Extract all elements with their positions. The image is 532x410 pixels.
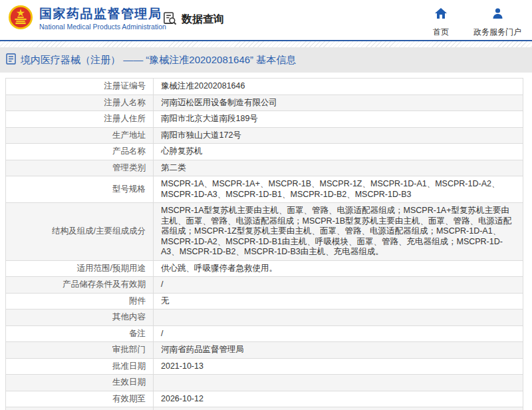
table-row: 生产地址 南阳市独山大道172号 <box>6 127 523 144</box>
row-label-text: 适用范围/预期用途 <box>77 264 146 273</box>
row-value: 供心跳、呼吸骤停者急救使用。 <box>154 260 523 277</box>
row-label-text: 结构及组成/主要组成成分 <box>52 226 146 236</box>
row-label: 注册人名称 <box>6 95 154 111</box>
row-label: 结构及组成/主要组成成分 <box>6 203 154 261</box>
row-label-text: 产品储存条件及有效期 <box>63 280 146 289</box>
row-value: 2021-10-13 <box>154 358 523 375</box>
brand-text: 国家药品监督管理局 National Medical Products Admi… <box>39 6 166 31</box>
data-query-tab[interactable]: 数据查询 <box>163 11 224 28</box>
row-label: 生产地址 <box>6 127 154 144</box>
row-value: 南阳市北京大道南段189号 <box>154 111 523 128</box>
row-value <box>154 375 523 391</box>
row-label-text: 注册人名称 <box>104 98 146 107</box>
row-label: 产品储存条件及有效期 <box>6 277 154 294</box>
nav-home-label: 首页 <box>433 27 449 38</box>
table-row: 附件 无 <box>6 293 523 309</box>
row-value: 无 <box>154 293 523 309</box>
texture-strip <box>0 41 532 47</box>
table-row: 产品储存条件及有效期 / <box>6 277 523 294</box>
row-value: / <box>154 325 523 342</box>
row-label: 注册人住所 <box>6 111 154 128</box>
row-value: MSCPR-1A型复苏机主要由主机、面罩、管路、电源适配器组成；MSCPR-1A… <box>154 203 523 261</box>
row-value: / <box>154 277 523 294</box>
row-value: 南阳市独山大道172号 <box>154 127 523 144</box>
page-title-bar: 境内医疗器械（注册） —— “豫械注准20202081646” 基本信息 <box>0 47 532 73</box>
row-value: 心肺复苏机 <box>154 144 523 160</box>
row-label-text: 备注 <box>129 329 146 338</box>
data-query-label: 数据查询 <box>182 13 224 27</box>
row-label-text: 附件 <box>129 296 146 306</box>
row-label: 适用范围/预期用途 <box>6 260 154 277</box>
site-subtitle: National Medical Products Administration <box>39 22 166 31</box>
row-label-text: 其他内容 <box>112 312 146 321</box>
row-value: 第二类 <box>154 160 523 176</box>
row-label: 附件 <box>6 293 154 309</box>
row-value <box>154 309 523 326</box>
site-header: 国家药品监督管理局 National Medical Products Admi… <box>0 0 532 41</box>
site-title: 国家药品监督管理局 <box>39 6 166 22</box>
row-label: 其他内容 <box>6 309 154 326</box>
row-label-text: 管理类别 <box>112 163 146 172</box>
table-row: 备注 / <box>6 325 523 342</box>
row-label: 型号规格 <box>6 176 154 203</box>
row-label: 有效期至 <box>6 391 154 407</box>
table-row: 批准日期 2021-10-13 <box>6 358 523 375</box>
table-row: 有效期至 2026-10-12 <box>6 391 523 407</box>
row-label: 变更情况 <box>6 407 154 410</box>
table-row: 注册证编号 豫械注准20202081646 <box>6 79 523 95</box>
row-label-text: 生产地址 <box>112 130 146 140</box>
national-emblem-icon <box>8 5 33 33</box>
table-row: 产品名称 心肺复苏机 <box>6 144 523 160</box>
table-row: 变更情况 / <box>6 407 523 410</box>
table-row: 注册人住所 南阳市北京大道南段189号 <box>6 111 523 128</box>
table-row: 生效日期 <box>6 375 523 391</box>
row-label-text: 注册证编号 <box>104 81 146 91</box>
row-label: 批准日期 <box>6 358 154 375</box>
nav-gov-portal[interactable]: 政务服务门户 <box>473 8 521 38</box>
page-title: 境内医疗器械（注册） —— “豫械注准20202081646” 基本信息 <box>21 54 296 67</box>
table-row: 注册人名称 河南迈松医用设备制造有限公司 <box>6 95 523 111</box>
document-icon <box>6 53 16 67</box>
header-nav: 首页 政务服务门户 <box>426 8 521 38</box>
table-row: 型号规格 MSCPR-1A、MSCPR-1A+、MSCPR-1B、MSCPR-1… <box>6 176 523 203</box>
row-label-text: 注册人住所 <box>104 114 146 123</box>
row-label-text: 有效期至 <box>112 394 146 403</box>
data-query-icon <box>163 11 177 28</box>
row-label: 注册证编号 <box>6 79 154 95</box>
home-icon <box>435 8 447 21</box>
row-label-text: 生效日期 <box>112 377 146 387</box>
row-label: 审批部门 <box>6 342 154 359</box>
row-label-text: 产品名称 <box>112 146 146 156</box>
table-row: 审批部门 河南省药品监督管理局 <box>6 342 523 359</box>
row-label: 产品名称 <box>6 144 154 160</box>
row-label: 备注 <box>6 325 154 342</box>
info-table-body: 注册证编号 豫械注准20202081646 注册人名称 河南迈松医用设备制造有限… <box>6 79 523 410</box>
registration-info-table: 注册证编号 豫械注准20202081646 注册人名称 河南迈松医用设备制造有限… <box>5 78 523 410</box>
row-value: 豫械注准20202081646 <box>154 79 523 95</box>
row-label: 管理类别 <box>6 160 154 176</box>
row-label-text: 型号规格 <box>112 184 146 194</box>
nav-gov-portal-label: 政务服务门户 <box>473 27 521 38</box>
table-row: 管理类别 第二类 <box>6 160 523 176</box>
table-row: 适用范围/预期用途 供心跳、呼吸骤停者急救使用。 <box>6 260 523 277</box>
row-label-text: 批准日期 <box>112 361 146 371</box>
row-value: 2026-10-12 <box>154 391 523 407</box>
table-row: 其他内容 <box>6 309 523 326</box>
row-value: MSCPR-1A、MSCPR-1A+、MSCPR-1B、MSCPR-1Z、MSC… <box>154 176 523 203</box>
row-value: / <box>154 407 523 410</box>
nav-home[interactable]: 首页 <box>426 8 456 38</box>
table-row: 结构及组成/主要组成成分 MSCPR-1A型复苏机主要由主机、面罩、管路、电源适… <box>6 203 523 261</box>
row-label-text: 审批部门 <box>112 345 146 354</box>
row-label: 生效日期 <box>6 375 154 391</box>
row-value: 河南迈松医用设备制造有限公司 <box>154 95 523 111</box>
user-icon <box>492 8 503 21</box>
site-logo[interactable]: 国家药品监督管理局 National Medical Products Admi… <box>8 5 166 33</box>
row-value: 河南省药品监督管理局 <box>154 342 523 359</box>
